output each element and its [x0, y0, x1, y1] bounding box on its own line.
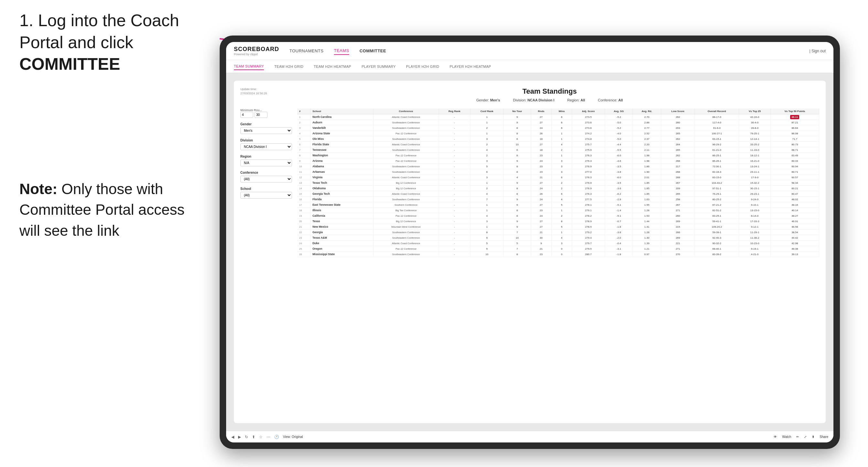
- division-select[interactable]: NCAA Division I: [240, 144, 292, 150]
- sub-nav-team-summary[interactable]: TEAM SUMMARY: [234, 63, 264, 70]
- conference-select[interactable]: (All): [240, 176, 292, 183]
- cell-low: 262: [661, 114, 694, 120]
- cell-conf: Big 12 Conference: [373, 180, 439, 186]
- cell-low: 258: [661, 197, 694, 202]
- share-icon[interactable]: ⬆: [812, 435, 814, 439]
- cell-school: Florida State: [310, 142, 373, 147]
- cell-overall: 59-39-1: [695, 229, 739, 235]
- col-avg-rd: Avg. Rd.: [632, 108, 661, 114]
- table-row: 10 Alabama Southeastern Conference - 5 8…: [297, 164, 819, 169]
- col-rank: #: [297, 108, 310, 114]
- nav-teams[interactable]: TEAMS: [334, 47, 349, 55]
- cell-rank: 7: [297, 147, 310, 153]
- sub-nav-team-h2h-grid[interactable]: TEAM H2H GRID: [274, 63, 303, 70]
- cell-top25: 30-15-1: [739, 186, 770, 191]
- sub-nav-player-summary[interactable]: PLAYER SUMMARY: [362, 63, 396, 70]
- cell-avg-rd: 2.88: [632, 120, 661, 125]
- gender-filter-section: Gender Men's Women's: [240, 122, 292, 134]
- cell-avg-rd: 1.30: [632, 235, 661, 241]
- note-text: Note: Only those with Committee Portal a…: [20, 179, 187, 241]
- cell-overall: 68-40-1: [695, 246, 739, 252]
- cell-top50-pts: 86.64: [770, 125, 819, 131]
- cell-top50-pts: 40.14: [770, 208, 819, 213]
- cell-school: Oklahoma: [310, 186, 373, 191]
- cell-adj-score: 279.2: [572, 229, 605, 235]
- cell-wins: 1: [551, 208, 572, 213]
- cell-reg-rank: -: [439, 158, 470, 164]
- cell-top50-pts: 60.21: [770, 186, 819, 191]
- cell-top25: 42-16-0: [739, 114, 770, 120]
- view-original-btn[interactable]: View: Original: [283, 435, 303, 439]
- cell-low: 215: [661, 224, 694, 229]
- gender-select[interactable]: Men's Women's: [240, 127, 292, 134]
- region-select[interactable]: N/A: [240, 160, 292, 166]
- bookmark-icon[interactable]: ☆: [259, 435, 262, 439]
- logo-text: SCOREBOARD: [234, 46, 279, 53]
- nav-tournaments[interactable]: TOURNAMENTS: [289, 47, 324, 55]
- share-icon-bottom[interactable]: ⬆: [252, 435, 255, 439]
- cell-low: 265: [661, 147, 694, 153]
- cell-rank: 10: [297, 164, 310, 169]
- cell-no-tour: 9: [504, 219, 531, 224]
- cell-conf-rank: 6: [470, 169, 504, 175]
- cell-low: 266: [661, 229, 694, 235]
- min-rounds-min-input[interactable]: [240, 112, 253, 118]
- cell-rnds: 24: [531, 213, 551, 219]
- cell-rank: 6: [297, 142, 310, 147]
- cell-no-tour: 10: [504, 235, 531, 241]
- cell-rank: 15: [297, 191, 310, 197]
- cell-sg: -6.0: [605, 175, 633, 180]
- cell-rnds: 26: [531, 131, 551, 136]
- cell-top25: 17-9-0: [739, 175, 770, 180]
- sub-nav-team-h2h-heatmap[interactable]: TEAM H2H HEATMAP: [314, 63, 351, 70]
- cell-overall: 96-29-2: [695, 142, 739, 147]
- cell-rnds: 30: [531, 235, 551, 241]
- col-conference: Conference: [373, 108, 439, 114]
- col-top25: Vs Top 25: [739, 108, 770, 114]
- more-icon[interactable]: ⋯: [267, 435, 270, 439]
- cell-wins: 1: [551, 136, 572, 142]
- sign-out-link[interactable]: | Sign out: [809, 49, 826, 53]
- cell-adj-score: 276.3: [572, 158, 605, 164]
- cell-rank: 12: [297, 175, 310, 180]
- cell-no-tour: 4: [504, 175, 531, 180]
- back-icon[interactable]: ◀: [231, 435, 234, 439]
- sub-nav-player-h2h-heatmap[interactable]: PLAYER H2H HEATMAP: [450, 63, 491, 70]
- min-rounds-max-input[interactable]: [254, 112, 268, 118]
- cell-overall: 86-26-1: [695, 158, 739, 164]
- cell-avg-rd: 1.21: [632, 246, 661, 252]
- cell-avg-rd: 1.86: [632, 164, 661, 169]
- cell-reg-rank: -: [439, 136, 470, 142]
- cell-rank: 9: [297, 158, 310, 164]
- cell-wins: 2: [551, 147, 572, 153]
- cell-rnds: 24: [531, 197, 551, 202]
- reload-icon[interactable]: ↻: [245, 435, 248, 439]
- table-row: 17 East Tennessee State Southern Confere…: [297, 202, 819, 208]
- cell-conf: Southern Conference: [373, 202, 439, 208]
- cell-low: 269: [661, 219, 694, 224]
- cell-rnds: 23: [531, 208, 551, 213]
- nav-committee[interactable]: COMMITTEE: [360, 47, 386, 55]
- table-body: 1 North Carolina Atlantic Coast Conferen…: [297, 114, 819, 257]
- cell-top25: 8-14-0: [739, 213, 770, 219]
- watch-btn[interactable]: Watch: [782, 435, 791, 439]
- expand-icon[interactable]: ⤢: [804, 435, 807, 439]
- cell-adj-score: 276.3: [572, 191, 605, 197]
- cell-overall: 82-51-2: [695, 208, 739, 213]
- cell-avg-rd: 1.39: [632, 241, 661, 246]
- col-top50-pts: Vs Top 50 Points: [770, 108, 819, 114]
- cell-reg-rank: -: [439, 180, 470, 186]
- cell-no-tour: 9: [504, 180, 531, 186]
- cell-no-tour: 8: [504, 153, 531, 158]
- school-select[interactable]: (All): [240, 192, 292, 198]
- cell-overall: 97-51-1: [695, 186, 739, 191]
- cell-rnds: 21: [531, 246, 551, 252]
- cell-wins: 2: [551, 186, 572, 191]
- share-btn[interactable]: Share: [819, 435, 828, 439]
- sub-nav-player-h2h-grid[interactable]: PLAYER H2H GRID: [406, 63, 439, 70]
- clock-icon[interactable]: 🕐: [274, 435, 279, 439]
- forward-icon[interactable]: ▶: [238, 435, 241, 439]
- cell-top50-pts: 60.57: [770, 175, 819, 180]
- pencil-icon: ✏: [796, 435, 799, 439]
- cell-rnds: 27: [531, 202, 551, 208]
